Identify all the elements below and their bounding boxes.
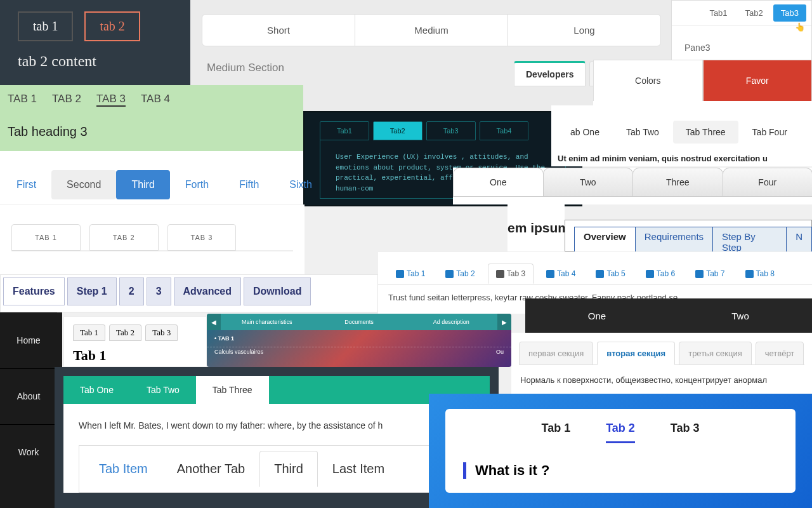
tab-6[interactable]: Tab 6 — [638, 264, 683, 284]
tab-main[interactable]: Main characteristics — [221, 319, 313, 325]
tab-3[interactable]: Tab 3 — [488, 264, 534, 284]
tab-four[interactable]: Four — [723, 168, 813, 196]
tab-4[interactable]: TAB 4 — [141, 93, 170, 107]
tab1[interactable]: Tab1 — [702, 4, 735, 22]
tab-3[interactable]: Tab 3 — [145, 324, 178, 341]
tab-2[interactable]: Tab 2 — [109, 324, 141, 341]
list-icon — [695, 270, 704, 278]
tab-3[interactable]: Tab 3 — [671, 422, 700, 443]
tab2[interactable]: Tab2 — [373, 121, 422, 140]
tab-step3[interactable]: 3 — [147, 277, 171, 305]
calendar-icon — [496, 270, 504, 278]
tab-three[interactable]: Tab Three — [673, 121, 738, 144]
tab-step1[interactable]: Step 1 — [67, 277, 117, 305]
tab-features[interactable]: Features — [3, 277, 65, 305]
tab-3[interactable]: TAB 3 — [167, 224, 237, 251]
tab-three[interactable]: Three — [632, 168, 723, 196]
tab3[interactable]: Tab3 — [426, 121, 476, 140]
tab-documents[interactable]: Documents — [313, 319, 405, 325]
inner-another-tab[interactable]: Another Tab — [162, 451, 260, 487]
tab-one[interactable]: ab One — [558, 121, 612, 144]
tab-2[interactable]: tab 2 — [84, 11, 140, 41]
globe-icon — [596, 270, 604, 278]
ordinal-tabs-panel: First Second Third Forth Fifth Sixth — [0, 151, 303, 204]
tab-3[interactable]: TAB 3 — [96, 93, 126, 107]
tab-colors[interactable]: Colors — [593, 60, 703, 101]
tab-2[interactable]: TAB 2 — [89, 224, 159, 251]
tab-second[interactable]: Second — [51, 170, 116, 199]
tab-two[interactable]: Tab Two — [613, 121, 672, 144]
tab-one[interactable]: One — [453, 168, 544, 196]
inner-third[interactable]: Third — [259, 451, 318, 487]
tab-long[interactable]: Long — [508, 15, 660, 46]
tab-2[interactable]: Tab 2 — [438, 264, 482, 284]
tab-advanced[interactable]: Advanced — [174, 277, 241, 305]
tab3[interactable]: Tab3 — [773, 4, 806, 22]
inner-last-item[interactable]: Last Item — [318, 451, 399, 487]
tab-1[interactable]: tab 1 — [18, 11, 73, 41]
colors-panel: Colors Favor — [593, 60, 812, 105]
tab-2[interactable]: Tab 2 — [606, 422, 635, 443]
tab-1[interactable]: TAB 1 — [11, 224, 81, 251]
features-tabs-panel: Features Step 1 2 3 Advanced Download — [0, 274, 378, 312]
tab-1[interactable]: Tab 1 — [73, 324, 105, 341]
tab-8[interactable]: Tab 8 — [738, 264, 782, 284]
section-3[interactable]: третья секция — [679, 342, 752, 365]
pane-content: Pane3 — [672, 25, 811, 53]
section-4[interactable]: четвёрт — [756, 342, 804, 365]
tab-one[interactable]: One — [525, 298, 669, 333]
tab-two[interactable]: Tab Two — [130, 376, 196, 404]
tab-fifth[interactable]: Fifth — [224, 170, 274, 199]
nav-home[interactable]: Home — [0, 312, 62, 368]
tab-download[interactable]: Download — [244, 277, 311, 305]
row-left: Calculs vasculaires — [214, 349, 263, 355]
tab-1[interactable]: Tab 1 — [388, 264, 433, 284]
tab-7[interactable]: Tab 7 — [688, 264, 732, 284]
gradient-tabs-panel: ◀ Main characteristics Documents Ad desc… — [207, 314, 511, 367]
tab-heading: Tab heading 3 — [8, 124, 303, 139]
tab-heading: Tab 1 — [73, 347, 197, 364]
tab-two[interactable]: Two — [669, 298, 812, 333]
tab-short[interactable]: Short — [202, 15, 355, 46]
tab-one[interactable]: Tab One — [63, 376, 130, 404]
green-tabs-panel: TAB 1 TAB 2 TAB 3 TAB 4 Tab heading 3 — [0, 85, 303, 151]
row-right: Ou — [496, 349, 504, 355]
tab-content: tab 2 content — [18, 53, 173, 70]
tab-third[interactable]: Third — [116, 170, 169, 199]
tab1[interactable]: Tab1 — [320, 121, 369, 140]
pie-icon — [745, 270, 754, 278]
tab-three[interactable]: Tab Three — [196, 376, 269, 404]
tab-sixth[interactable]: Sixth — [274, 170, 327, 199]
arrow-right-icon[interactable]: ▶ — [497, 314, 511, 330]
nav-about[interactable]: About — [0, 368, 62, 424]
section-1[interactable]: первая секция — [519, 342, 593, 365]
tab-1[interactable]: Tab 1 — [541, 422, 570, 443]
tab-2[interactable]: TAB 2 — [52, 93, 81, 107]
tab-5[interactable]: Tab 5 — [588, 264, 632, 284]
tab-step2[interactable]: 2 — [119, 277, 144, 305]
tab-4[interactable]: Tab 4 — [539, 264, 583, 284]
tab2[interactable]: Tab2 — [738, 4, 771, 22]
tab-two[interactable]: Two — [543, 168, 634, 196]
classic-tabs-panel: One Two Three Four — [453, 168, 812, 204]
lorem-content: Ut enim ad minim veniam, quis nostrud ex… — [558, 154, 806, 163]
inner-tab-item[interactable]: Tab Item — [84, 451, 162, 487]
tab4[interactable]: Tab4 — [480, 121, 529, 140]
star-icon — [546, 270, 554, 278]
tab-four[interactable]: Tab Four — [740, 121, 800, 144]
ipsum-fragment: em ipsum — [508, 204, 565, 251]
blue-gradient-panel: Tab 1 Tab 2 Tab 3 What is it ? — [429, 394, 812, 508]
overview-tabs-panel: Overview Requirements Step By Step N — [565, 220, 812, 251]
tab-favor[interactable]: Favor — [703, 60, 813, 101]
section-2[interactable]: вторая секция — [597, 342, 675, 365]
arrow-left-icon[interactable]: ◀ — [207, 314, 221, 330]
tab-ad[interactable]: Ad description — [405, 319, 497, 325]
tab-first[interactable]: First — [1, 170, 51, 199]
tab-forth[interactable]: Forth — [170, 170, 224, 199]
tab-medium[interactable]: Medium — [355, 15, 508, 46]
tab-1[interactable]: TAB 1 — [8, 93, 37, 107]
subtab-developers[interactable]: Developers — [514, 61, 586, 86]
nav-work[interactable]: Work — [0, 424, 62, 480]
row-label: • TAB 1 — [207, 330, 511, 347]
word-tabs-panel: ab One Tab Two Tab Three Tab Four Ut eni… — [551, 105, 812, 166]
